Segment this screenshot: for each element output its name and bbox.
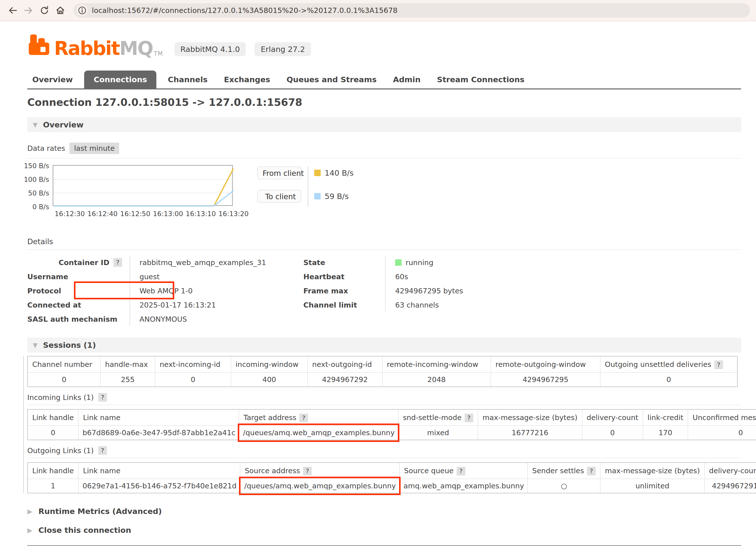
section-overview-title: Overview bbox=[43, 120, 83, 129]
app-header: RabbitMQ TM RabbitMQ 4.1.0 Erlang 27.2 bbox=[27, 21, 741, 57]
help-icon[interactable]: ? bbox=[587, 467, 596, 475]
tab-admin[interactable]: Admin bbox=[388, 71, 425, 88]
browser-forward-button[interactable] bbox=[22, 4, 35, 17]
back-arrow-icon bbox=[8, 5, 18, 15]
channel-limit-value: 63 channels bbox=[386, 301, 439, 309]
col-link-name: Link name bbox=[78, 409, 239, 426]
outgoing-links-header-row: Link handle Link name Source address? So… bbox=[28, 463, 756, 479]
username-label: Username bbox=[27, 272, 130, 281]
col-source-queue: Source queue? bbox=[400, 463, 528, 479]
tab-stream-connections[interactable]: Stream Connections bbox=[432, 71, 529, 88]
cell-sender-settles: ○ bbox=[528, 479, 600, 493]
legend-row-from-client: 140 B/s bbox=[314, 166, 354, 179]
time-window-chip[interactable]: last minute bbox=[69, 142, 119, 154]
browser-home-button[interactable] bbox=[54, 4, 67, 17]
connected-at-value: 2025-01-17 16:13:21 bbox=[130, 301, 216, 309]
cell-link-name: b67d8689-0a6e-3e47-95df-87abb1e2a41c bbox=[78, 426, 239, 440]
reload-icon bbox=[39, 5, 49, 15]
section-overview-header[interactable]: ▼ Overview bbox=[27, 117, 741, 132]
help-icon[interactable]: ? bbox=[303, 467, 312, 475]
collapsed-triangle-icon: ▶ bbox=[27, 508, 33, 515]
fact-state: State running bbox=[303, 255, 463, 269]
cell-source-queue: amq.web_amqp_examples.bunny bbox=[400, 479, 528, 493]
home-icon bbox=[55, 5, 65, 15]
legend-button-from-client[interactable]: From client bbox=[257, 166, 301, 179]
browser-reload-button[interactable] bbox=[38, 4, 51, 17]
col-remote-outgoing-window: remote-outgoing-window bbox=[491, 356, 600, 373]
fact-username: Username guest bbox=[27, 269, 266, 284]
username-value: guest bbox=[130, 272, 160, 281]
tab-connections[interactable]: Connections bbox=[84, 71, 156, 88]
help-icon[interactable]: ? bbox=[714, 361, 723, 369]
help-icon[interactable]: ? bbox=[465, 414, 473, 422]
data-rates-label: Data rates bbox=[27, 144, 65, 152]
col-snd-settle-mode: snd-settle-mode? bbox=[398, 409, 478, 426]
incoming-links-data-row: 0 b67d8689-0a6e-3e47-95df-87abb1e2a41c /… bbox=[28, 426, 756, 440]
incoming-links-table: Link handle Link name Target address? sn… bbox=[27, 409, 756, 440]
state-label: State bbox=[303, 258, 385, 267]
chart-legend: From client To client 140 B/s 59 B/s bbox=[257, 166, 354, 219]
state-value: running bbox=[406, 258, 433, 267]
container-id-value: rabbitmq_web_amqp_examples_31 bbox=[130, 258, 266, 267]
rabbitmq-logo[interactable]: RabbitMQ TM bbox=[27, 32, 163, 57]
cell-link-handle: 1 bbox=[28, 479, 78, 493]
sessions-table: Channel number handle-max next-incoming-… bbox=[27, 356, 738, 387]
to-client-rate: 59 B/s bbox=[325, 192, 349, 201]
cell-source-address: /queues/amq.web_amqp_examples.bunny bbox=[240, 479, 400, 493]
tab-overview[interactable]: Overview bbox=[27, 71, 78, 88]
cell-incoming-window: 400 bbox=[231, 373, 308, 387]
col-remote-incoming-window: remote-incoming-window bbox=[382, 356, 491, 373]
cell-max-message-size: unlimited bbox=[600, 479, 704, 493]
frame-max-value: 4294967295 bytes bbox=[386, 287, 463, 295]
legend-row-to-client: 59 B/s bbox=[314, 190, 354, 203]
y-axis-tick: 100 B/s bbox=[24, 176, 49, 183]
x-axis-tick: 16:13:00 bbox=[153, 210, 183, 217]
rabbitmq-icon bbox=[27, 32, 52, 57]
url-text[interactable]: localhost:15672/#/connections/127.0.0.1%… bbox=[92, 6, 398, 15]
collapse-triangle-icon: ▼ bbox=[33, 342, 37, 349]
heartbeat-value: 60s bbox=[386, 272, 408, 281]
col-delivery-count: delivery-count bbox=[704, 463, 756, 479]
cell-unconfirmed-messages: 0 bbox=[688, 426, 756, 440]
help-icon[interactable]: ? bbox=[113, 258, 122, 267]
legend-button-to-client[interactable]: To client bbox=[257, 190, 301, 203]
cell-link-name: 0629e7a1-4156-b146-a752-f7b40e1e821d bbox=[78, 479, 240, 493]
outgoing-links-table: Link handle Link name Source address? So… bbox=[27, 462, 756, 493]
cell-outgoing-unsettled-deliveries: 0 bbox=[600, 373, 737, 387]
col-next-incoming-id: next-incoming-id bbox=[155, 356, 231, 373]
to-client-swatch bbox=[314, 193, 321, 199]
section-sessions-header[interactable]: ▼ Sessions (1) bbox=[27, 338, 741, 353]
cell-remote-incoming-window: 2048 bbox=[382, 373, 491, 387]
sessions-panel: Channel number handle-max next-incoming-… bbox=[23, 356, 741, 493]
section-runtime-metrics[interactable]: ▶ Runtime Metrics (Advanced) bbox=[27, 507, 741, 516]
help-icon[interactable]: ? bbox=[457, 467, 465, 475]
browser-toolbar: localhost:15672/#/connections/127.0.0.1%… bbox=[0, 0, 756, 21]
site-info-icon[interactable] bbox=[76, 5, 88, 16]
outgoing-links-data-row: 1 0629e7a1-4156-b146-a752-f7b40e1e821d /… bbox=[28, 479, 756, 493]
help-icon[interactable]: ? bbox=[98, 446, 107, 455]
help-icon[interactable]: ? bbox=[98, 393, 107, 402]
page-title: Connection 127.0.0.1:58015 -> 127.0.0.1:… bbox=[27, 96, 741, 108]
tab-queues-and-streams[interactable]: Queues and Streams bbox=[282, 71, 382, 88]
legend-divider bbox=[308, 166, 308, 207]
tab-channels[interactable]: Channels bbox=[163, 71, 212, 88]
x-axis-tick: 16:12:40 bbox=[87, 210, 117, 217]
fact-channel-limit: Channel limit 63 channels bbox=[303, 298, 463, 312]
col-handle-max: handle-max bbox=[101, 356, 155, 373]
info-icon bbox=[78, 6, 86, 15]
col-target-address: Target address? bbox=[239, 409, 398, 426]
connected-at-label: Connected at bbox=[27, 301, 130, 309]
chart-plot-area bbox=[53, 165, 233, 206]
logo-wordmark: RabbitMQ bbox=[54, 40, 153, 57]
cell-snd-settle-mode: mixed bbox=[398, 426, 478, 440]
browser-back-button[interactable] bbox=[6, 4, 19, 17]
state-running-indicator bbox=[395, 259, 402, 266]
section-close-connection[interactable]: ▶ Close this connection bbox=[27, 526, 741, 535]
col-link-handle: Link handle bbox=[28, 463, 78, 479]
tab-exchanges[interactable]: Exchanges bbox=[219, 71, 275, 88]
url-bar[interactable]: localhost:15672/#/connections/127.0.0.1%… bbox=[73, 3, 750, 18]
cell-link-handle: 0 bbox=[28, 426, 78, 440]
cell-remote-outgoing-window: 4294967295 bbox=[491, 373, 600, 387]
nav-tabs: Overview Connections Channels Exchanges … bbox=[27, 71, 741, 89]
help-icon[interactable]: ? bbox=[299, 414, 308, 422]
